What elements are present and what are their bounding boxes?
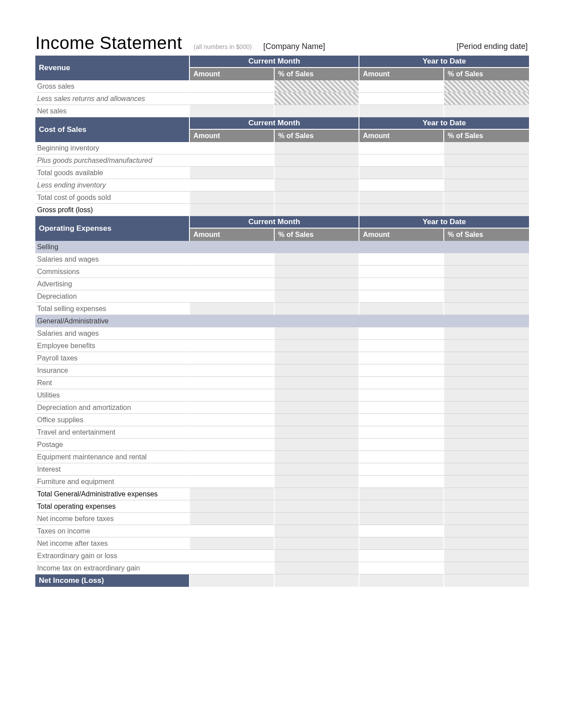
cell-pct-ytd <box>444 105 529 117</box>
cell-amount-ytd[interactable] <box>359 463 444 476</box>
cell-pct-cm <box>275 451 359 463</box>
cell-amount-ytd[interactable] <box>359 426 444 439</box>
cell-pct-ytd <box>444 488 529 500</box>
cell-pct-cm <box>275 167 359 179</box>
footer-label: Net Income (Loss) <box>35 574 190 587</box>
cell-amount-cm[interactable] <box>190 352 275 364</box>
cell-amount-cm[interactable] <box>190 525 275 537</box>
cell-amount-cm[interactable] <box>190 550 275 562</box>
cell-amount-ytd[interactable] <box>359 340 444 352</box>
cell-amount-ytd[interactable] <box>359 327 444 340</box>
cell-amount-cm[interactable] <box>190 253 275 266</box>
cell-amount-ytd[interactable] <box>359 352 444 364</box>
cell-pct-ytd <box>444 167 529 179</box>
row-label: Employee benefits <box>35 340 190 352</box>
cell-amount-cm[interactable] <box>190 402 275 414</box>
row-label: Depreciation and amortization <box>35 402 190 414</box>
cell-amount-ytd[interactable] <box>359 266 444 278</box>
cell-amount-cm[interactable] <box>190 463 275 476</box>
cell-amount-ytd[interactable] <box>359 364 444 377</box>
cell-amount-cm[interactable] <box>190 179 275 191</box>
section-title: Cost of Sales <box>35 117 190 142</box>
table-row: Travel and entertainment <box>35 426 529 439</box>
row-label: Plus goods purchased/manufactured <box>35 154 190 167</box>
table-row: Total operating expenses <box>35 500 529 513</box>
row-label: Postage <box>35 439 190 451</box>
table-row: Salaries and wages <box>35 327 529 340</box>
cell-amount-ytd[interactable] <box>359 93 444 105</box>
cell-amount-cm[interactable] <box>190 142 275 154</box>
cell-pct-ytd <box>444 352 529 364</box>
cell-amount-ytd[interactable] <box>359 525 444 537</box>
table-row: Income tax on extraordinary gain <box>35 562 529 574</box>
cell-amount-cm[interactable] <box>190 389 275 402</box>
cell-pct-cm <box>275 290 359 303</box>
cell-amount-ytd <box>359 574 444 587</box>
cell-pct-ytd <box>444 191 529 204</box>
cell-pct-cm <box>275 327 359 340</box>
cell-amount-ytd[interactable] <box>359 80 444 93</box>
cell-amount-ytd[interactable] <box>359 377 444 389</box>
cell-pct-ytd <box>444 80 529 93</box>
cell-amount-cm[interactable] <box>190 364 275 377</box>
cell-pct-cm <box>275 414 359 426</box>
row-label: Advertising <box>35 278 190 290</box>
cell-amount-cm[interactable] <box>190 93 275 105</box>
row-label: Net income after taxes <box>35 537 190 550</box>
cell-amount-cm[interactable] <box>190 154 275 167</box>
cell-amount-cm[interactable] <box>190 562 275 574</box>
cell-amount-cm[interactable] <box>190 426 275 439</box>
cell-pct-ytd <box>444 537 529 550</box>
cell-pct-cm <box>275 377 359 389</box>
table-row: Employee benefits <box>35 340 529 352</box>
col-amount: Amount <box>190 68 275 80</box>
row-label: Travel and entertainment <box>35 426 190 439</box>
table-row: Net income after taxes <box>35 537 529 550</box>
cell-amount-cm[interactable] <box>190 80 275 93</box>
cell-amount-cm[interactable] <box>190 377 275 389</box>
cell-pct-cm <box>275 179 359 191</box>
cell-amount-ytd[interactable] <box>359 142 444 154</box>
table-row: Payroll taxes <box>35 352 529 364</box>
cell-amount-cm[interactable] <box>190 327 275 340</box>
cell-amount-cm[interactable] <box>190 278 275 290</box>
cell-amount-ytd[interactable] <box>359 154 444 167</box>
table-row: Depreciation and amortization <box>35 402 529 414</box>
cell-amount-cm <box>190 191 275 204</box>
cell-amount-ytd[interactable] <box>359 278 444 290</box>
cell-amount-cm <box>190 488 275 500</box>
income-statement-table: Revenue Current Month Year to Date Amoun… <box>35 56 529 587</box>
table-row: Total cost of goods sold <box>35 191 529 204</box>
cell-amount-ytd[interactable] <box>359 389 444 402</box>
cell-amount-ytd[interactable] <box>359 179 444 191</box>
section-header-opex: Operating Expenses Current Month Year to… <box>35 216 529 229</box>
cell-amount-cm[interactable] <box>190 340 275 352</box>
table-row: Interest <box>35 463 529 476</box>
cell-pct-cm <box>275 439 359 451</box>
cell-amount-cm[interactable] <box>190 476 275 488</box>
cell-amount-cm[interactable] <box>190 290 275 303</box>
row-label: Rent <box>35 377 190 389</box>
cell-amount-ytd[interactable] <box>359 253 444 266</box>
cell-amount-cm[interactable] <box>190 451 275 463</box>
cell-amount-ytd[interactable] <box>359 476 444 488</box>
cell-amount-ytd[interactable] <box>359 290 444 303</box>
cell-amount-ytd[interactable] <box>359 414 444 426</box>
cell-pct-ytd <box>444 204 529 216</box>
cell-amount-cm[interactable] <box>190 414 275 426</box>
cell-amount-ytd[interactable] <box>359 550 444 562</box>
cell-amount-ytd[interactable] <box>359 439 444 451</box>
cell-pct-cm <box>275 191 359 204</box>
cell-amount-ytd <box>359 537 444 550</box>
cell-pct-ytd <box>444 451 529 463</box>
cell-amount-cm[interactable] <box>190 439 275 451</box>
cell-amount-ytd[interactable] <box>359 402 444 414</box>
cell-amount-ytd[interactable] <box>359 451 444 463</box>
row-label: Total cost of goods sold <box>35 191 190 204</box>
row-label: Less sales returns and allowances <box>35 93 190 105</box>
cell-amount-cm[interactable] <box>190 266 275 278</box>
cell-amount-ytd[interactable] <box>359 562 444 574</box>
period-header-current: Current Month <box>190 117 359 130</box>
table-row: Commissions <box>35 266 529 278</box>
row-label: Beginning inventory <box>35 142 190 154</box>
